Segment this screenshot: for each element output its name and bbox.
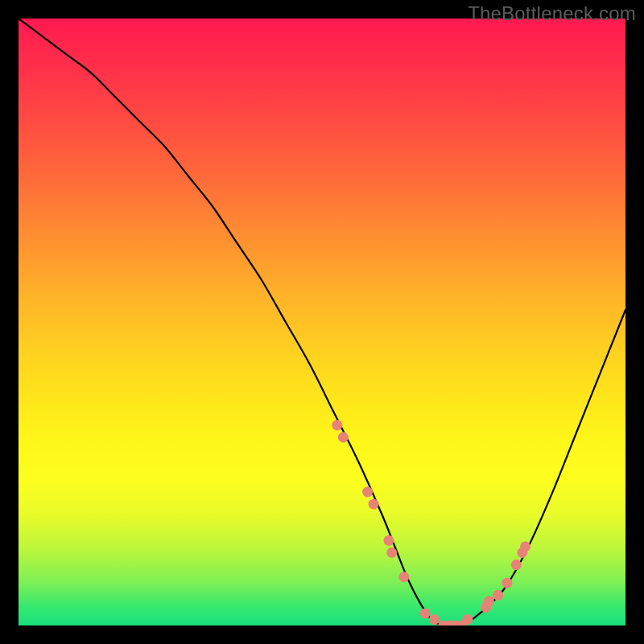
data-point-marker: [420, 608, 431, 618]
data-point-marker: [511, 559, 522, 570]
data-point-marker: [429, 614, 440, 625]
watermark-text: TheBottleneck.com: [468, 2, 636, 25]
bottleneck-curve: [19, 19, 625, 625]
data-point-marker: [398, 572, 409, 582]
data-point-marker: [369, 499, 379, 510]
data-point-marker: [520, 541, 530, 551]
plot-area: [19, 19, 625, 625]
data-point-marker: [462, 614, 473, 625]
chart-svg: [19, 19, 625, 625]
data-point-marker: [383, 535, 394, 546]
data-point-marker: [386, 547, 397, 558]
data-point-marker: [484, 596, 494, 606]
data-point-marker: [332, 420, 342, 431]
data-point-marker: [493, 590, 503, 601]
chart-frame: TheBottleneck.com: [0, 0, 644, 644]
data-point-marker: [338, 432, 349, 443]
curve-markers: [332, 420, 530, 625]
data-point-marker: [502, 578, 512, 588]
data-point-marker: [362, 487, 373, 497]
